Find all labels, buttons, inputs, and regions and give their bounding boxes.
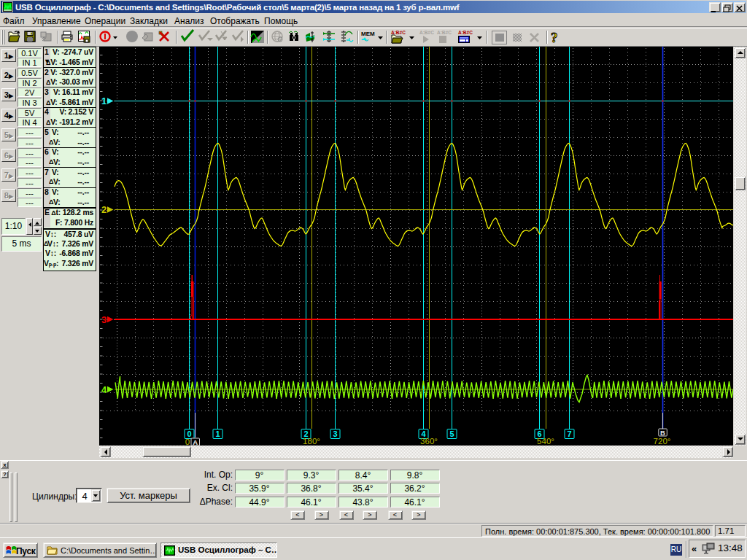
svg-text:3: 3: [101, 314, 107, 325]
svg-text:B: B: [660, 429, 665, 437]
svg-text:3: 3: [333, 429, 337, 438]
svg-text:180°: 180°: [303, 437, 320, 446]
svg-text:MEM: MEM: [361, 31, 375, 37]
svg-text:360°: 360°: [420, 437, 438, 446]
svg-text:A:B#C: A:B#C: [458, 30, 473, 35]
svg-text:A:B#C: A:B#C: [391, 30, 406, 35]
svg-text:A:B#C: A:B#C: [437, 30, 452, 35]
svg-text:540°: 540°: [537, 437, 554, 446]
svg-text:7: 7: [567, 429, 571, 438]
svg-text:2: 2: [101, 204, 107, 215]
svg-text:?: ?: [551, 30, 558, 45]
svg-text:1: 1: [215, 429, 220, 438]
svg-text:A:B#C: A:B#C: [419, 30, 434, 35]
svg-text:A: A: [193, 438, 198, 446]
svg-text:720°: 720°: [654, 437, 671, 446]
svg-text:5: 5: [449, 429, 454, 438]
svg-text:1: 1: [101, 96, 107, 106]
svg-text:4: 4: [101, 384, 107, 395]
svg-text:0: 0: [185, 438, 190, 446]
